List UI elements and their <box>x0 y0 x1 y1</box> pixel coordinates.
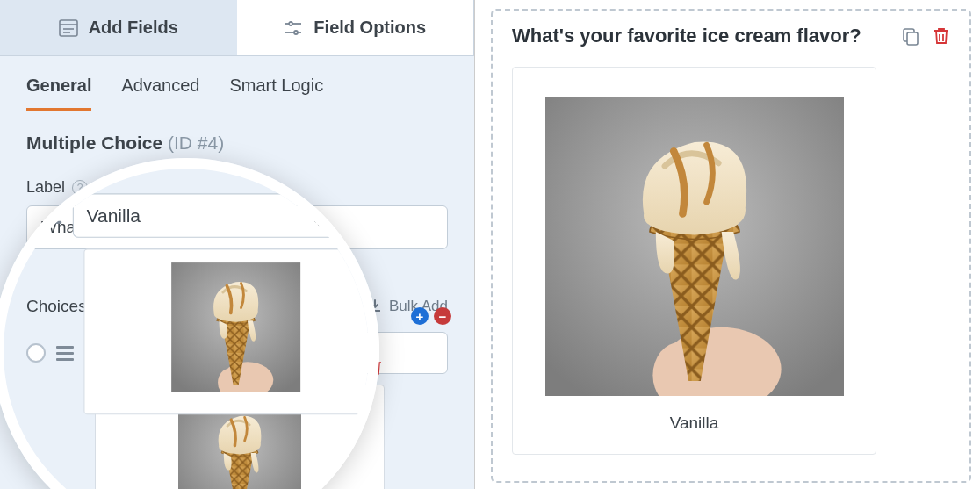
subtab-advanced[interactable]: Advanced <box>121 76 199 111</box>
subtab-smartlogic[interactable]: Smart Logic <box>229 76 323 111</box>
svg-point-11 <box>294 31 298 34</box>
choice-image-preview[interactable] <box>95 385 385 489</box>
label-input[interactable] <box>26 205 448 249</box>
form-preview-panel: What's your favorite ice cream flavor? V… <box>474 0 980 489</box>
help-icon[interactable]: ? <box>96 298 112 314</box>
field-id-meta: (ID #4) <box>168 133 224 153</box>
remove-image-button[interactable] <box>367 358 383 376</box>
top-tabs: Add Fields Field Options <box>0 0 474 56</box>
preview-question: What's your favorite ice cream flavor? <box>512 25 889 47</box>
drag-handle-icon[interactable] <box>56 346 74 361</box>
ice-cream-image <box>545 97 844 396</box>
duplicate-icon[interactable] <box>901 26 920 46</box>
field-options-content: Multiple Choice (ID #4) Label ? Choices … <box>0 111 474 489</box>
tab-add-fields[interactable]: Add Fields <box>0 0 237 56</box>
preview-option-label: Vanilla <box>670 413 719 433</box>
choice-row: + − <box>26 332 448 374</box>
svg-point-9 <box>289 22 292 25</box>
preview-field-card[interactable]: What's your favorite ice cream flavor? V… <box>491 9 971 483</box>
form-icon <box>59 19 78 37</box>
choices-caption: Choices <box>26 297 87 316</box>
help-icon[interactable]: ? <box>72 180 88 196</box>
label-caption: Label <box>26 178 65 197</box>
tab-field-options-label: Field Options <box>313 18 426 38</box>
sub-tabs: General Advanced Smart Logic <box>0 56 474 111</box>
svg-rect-4 <box>60 20 77 36</box>
field-type-heading: Multiple Choice (ID #4) <box>26 133 448 154</box>
delete-icon[interactable] <box>933 26 950 46</box>
ice-cream-image <box>174 398 306 489</box>
add-choice-button[interactable]: + <box>411 307 429 325</box>
subtab-general[interactable]: General <box>26 76 91 111</box>
tab-add-fields-label: Add Fields <box>89 18 178 38</box>
download-icon <box>368 299 382 313</box>
tab-field-options[interactable]: Field Options <box>237 0 475 56</box>
choice-input[interactable] <box>84 332 448 374</box>
preview-option-card[interactable]: Vanilla <box>512 67 876 455</box>
field-type-name: Multiple Choice <box>26 133 162 153</box>
sliders-icon <box>284 19 303 37</box>
choice-default-radio[interactable] <box>26 343 46 363</box>
svg-rect-15 <box>907 32 918 45</box>
remove-choice-button[interactable]: − <box>434 307 451 325</box>
